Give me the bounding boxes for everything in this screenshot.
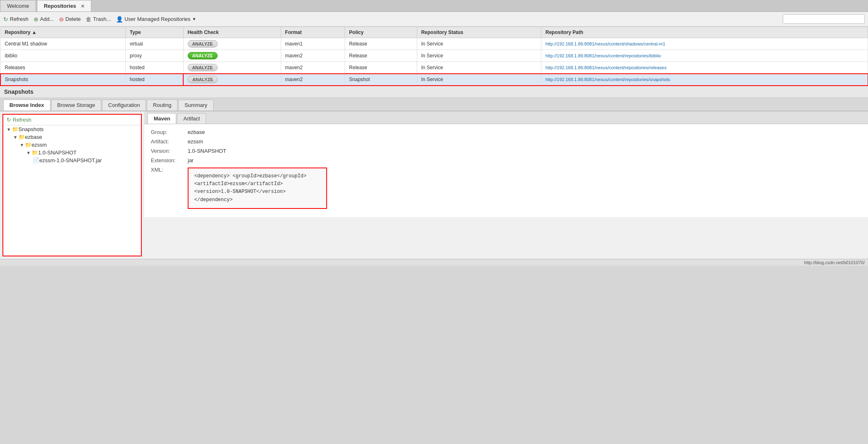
sub-tab-configuration-label: Configuration <box>108 102 140 108</box>
col-status[interactable]: Repository Status <box>417 27 541 38</box>
analyze-button[interactable]: ANALYZE <box>188 76 218 83</box>
close-tab-icon[interactable]: ✕ <box>81 4 84 9</box>
sub-tab-routing-label: Routing <box>153 102 171 108</box>
table-cell: Central M1 shadow <box>0 38 125 50</box>
tab-repositories-label: Repositories <box>44 3 76 9</box>
detail-row: Version:1.0-SNAPSHOT <box>151 148 861 154</box>
detail-tab-artifact[interactable]: Artifact <box>177 113 206 124</box>
detail-row: Artifact:ezssm <box>151 138 861 145</box>
sub-tab-routing[interactable]: Routing <box>147 100 177 111</box>
detail-fields: Group:ezbaseArtifact:ezssmVersion:1.0-SN… <box>151 129 861 209</box>
analyze-button[interactable]: ANALYZE <box>188 52 218 59</box>
folder-icon: 📁 <box>32 150 38 156</box>
sub-tab-bar: Browse Index Browse Storage Configuratio… <box>0 98 868 111</box>
analyze-button[interactable]: ANALYZE <box>188 40 218 48</box>
repo-path-link[interactable]: http://192.168.1.86:8081/nexus/content/s… <box>545 41 665 46</box>
add-button[interactable]: ⊕ Add... <box>34 16 54 23</box>
table-cell: maven2 <box>281 62 345 74</box>
detail-panel: Maven Artifact Group:ezbaseArtifact:ezss… <box>144 111 868 259</box>
sub-tab-browse-storage-label: Browse Storage <box>57 102 95 108</box>
detail-label: Artifact: <box>151 138 188 145</box>
user-managed-button[interactable]: 👤 User Managed Repositories ▼ <box>116 16 196 23</box>
sub-tab-browse-index-label: Browse Index <box>9 102 44 108</box>
table-cell: Snapshot <box>345 74 417 86</box>
col-policy[interactable]: Policy <box>345 27 417 38</box>
tree-refresh-icon: ↻ <box>7 117 11 123</box>
sub-tab-browse-storage[interactable]: Browse Storage <box>51 100 102 111</box>
repo-path-link[interactable]: http://192.168.1.86:8081/nexus/content/r… <box>545 65 666 70</box>
table-cell: In Service <box>417 74 541 86</box>
tree-refresh-label: Refresh <box>13 117 32 123</box>
table-cell: ibiblio <box>0 50 125 62</box>
search-input[interactable] <box>783 14 865 24</box>
dropdown-icon: ▼ <box>192 17 196 21</box>
user-managed-label: User Managed Repositories <box>125 16 191 22</box>
table-row[interactable]: ibiblioproxyANALYZEmaven2ReleaseIn Servi… <box>0 50 868 62</box>
add-label: Add... <box>40 16 54 22</box>
tab-welcome[interactable]: Welcome <box>0 0 36 11</box>
detail-tab-bar: Maven Artifact <box>144 111 868 124</box>
detail-tab-maven[interactable]: Maven <box>148 113 176 124</box>
status-bar: http://blog.csdn.net/b0101070/ <box>0 259 868 266</box>
tab-bar: Welcome Repositories ✕ <box>0 0 868 12</box>
detail-value: ezbase <box>188 129 205 135</box>
detail-row: Extension:jar <box>151 157 861 163</box>
tree-expand-icon: ▼ <box>20 143 24 147</box>
table-cell: Release <box>345 62 417 74</box>
trash-icon: 🗑 <box>86 16 91 23</box>
refresh-label: Refresh <box>10 16 29 22</box>
detail-label: Group: <box>151 129 188 135</box>
tab-welcome-label: Welcome <box>7 3 29 9</box>
tree-item-label: ezbase <box>25 134 42 140</box>
table-row[interactable]: Central M1 shadowvirtualANALYZEmaven1Rel… <box>0 38 868 50</box>
tree-item[interactable]: ▼📁 ezssm <box>3 141 141 149</box>
table-cell: In Service <box>417 62 541 74</box>
folder-icon: 📁 <box>18 134 25 140</box>
table-cell: Snapshots <box>0 74 125 86</box>
analyze-button[interactable]: ANALYZE <box>188 64 218 71</box>
tab-repositories[interactable]: Repositories ✕ <box>37 0 91 11</box>
col-type[interactable]: Type <box>125 27 183 38</box>
repository-table-container: Repository ▲ Type Health Check Format Po… <box>0 27 868 86</box>
table-row[interactable]: ReleaseshostedANALYZEmaven2ReleaseIn Ser… <box>0 62 868 74</box>
xml-box: <dependency> <groupId>ezbase</groupId> <… <box>188 168 327 209</box>
section-title: Snapshots <box>4 88 34 95</box>
detail-value: jar <box>188 157 193 163</box>
tree-item[interactable]: ▼📁 Snapshots <box>3 125 141 133</box>
repo-path-link[interactable]: http://192.168.1.86:8081/nexus/content/r… <box>545 53 661 58</box>
sub-tab-summary[interactable]: Summary <box>178 100 214 111</box>
folder-icon: 📁 <box>12 126 18 132</box>
delete-button[interactable]: ⊖ Delete <box>59 16 81 23</box>
table-cell: Release <box>345 38 417 50</box>
col-health-check[interactable]: Health Check <box>183 27 281 38</box>
folder-icon: 📁 <box>25 142 32 148</box>
col-repository[interactable]: Repository ▲ <box>0 27 125 38</box>
sub-tab-browse-index[interactable]: Browse Index <box>3 100 50 111</box>
sub-tab-summary-label: Summary <box>184 102 207 108</box>
sub-tab-configuration[interactable]: Configuration <box>102 100 146 111</box>
table-cell: proxy <box>125 50 183 62</box>
tree-panel: ↻ Refresh ▼📁 Snapshots▼📁 ezbase▼📁 ezssm▼… <box>2 114 142 256</box>
trash-button[interactable]: 🗑 Trash... <box>86 16 111 23</box>
table-cell: hosted <box>125 74 183 86</box>
tree-item-label: ezssm <box>32 142 47 148</box>
table-cell: virtual <box>125 38 183 50</box>
col-format[interactable]: Format <box>281 27 345 38</box>
file-icon: 📄 <box>33 157 39 163</box>
tree-refresh-button[interactable]: ↻ Refresh <box>3 115 141 125</box>
tree-expand-icon: ▼ <box>26 150 31 155</box>
tree-item[interactable]: ▼📁 ezbase <box>3 133 141 141</box>
col-path[interactable]: Repository Path <box>541 27 868 38</box>
tree-item-label: 1.0-SNAPSHOT <box>38 150 77 156</box>
table-row[interactable]: SnapshotshostedANALYZEmaven2SnapshotIn S… <box>0 74 868 86</box>
table-cell: maven2 <box>281 74 345 86</box>
refresh-icon: ↻ <box>3 16 8 23</box>
tree-expand-icon: ▼ <box>13 135 18 140</box>
repo-path-link[interactable]: http://192.168.1.86:8081/nexus/content/r… <box>545 77 670 82</box>
detail-tab-artifact-label: Artifact <box>183 116 200 122</box>
tree-item[interactable]: 📄 ezssm-1.0-SNAPSHOT.jar <box>3 156 141 164</box>
detail-label: XML: <box>151 167 188 173</box>
tree-item[interactable]: ▼📁 1.0-SNAPSHOT <box>3 149 141 156</box>
add-icon: ⊕ <box>34 16 39 23</box>
refresh-button[interactable]: ↻ Refresh <box>3 16 29 23</box>
